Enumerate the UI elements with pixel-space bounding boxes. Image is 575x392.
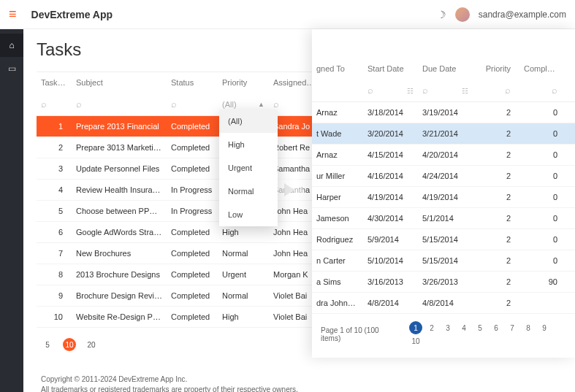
filter-priority-value: (All): [222, 100, 237, 109]
table-row[interactable]: a Sims3/16/20133/26/2013290: [312, 272, 575, 293]
priority-option-low[interactable]: Low: [219, 203, 278, 226]
cell-status: Completed: [167, 158, 218, 179]
page-2[interactable]: 2: [425, 321, 438, 334]
cell-completion: 0: [519, 123, 566, 144]
cell-start: 3/20/2014: [363, 123, 418, 144]
page-1[interactable]: 1: [409, 321, 422, 334]
page-4[interactable]: 4: [457, 321, 471, 334]
menu-toggle-icon[interactable]: ≡: [9, 7, 17, 22]
cell-completion: [519, 297, 566, 309]
cell-status: Completed: [167, 137, 218, 158]
page-8[interactable]: 8: [522, 321, 535, 334]
page-6[interactable]: 6: [490, 321, 503, 334]
page-9[interactable]: 9: [538, 321, 551, 334]
page-size-5[interactable]: 5: [41, 338, 54, 351]
table-row[interactable]: Harper4/19/20144/19/201420: [312, 187, 575, 208]
table-row[interactable]: dra Johnson4/8/20144/8/20142: [312, 293, 575, 314]
cell-start: 3/18/2014: [363, 102, 418, 123]
footer-trademark: All trademarks or registered trademarks …: [41, 385, 557, 392]
page-size-10[interactable]: 10: [63, 338, 76, 351]
page-5[interactable]: 5: [473, 321, 487, 334]
cell-priority: Urgent: [218, 264, 269, 285]
pager-info: Page 1 of 10 (100 items): [321, 326, 400, 342]
theme-toggle-icon[interactable]: ☽: [437, 9, 446, 20]
col-status[interactable]: Status: [167, 72, 218, 93]
priority-option-normal[interactable]: Normal: [219, 180, 278, 203]
table-row[interactable]: Rodriguez5/9/20145/15/201420: [312, 229, 575, 250]
cell-completion: 0: [519, 208, 566, 228]
priority-option-urgent[interactable]: Urgent: [219, 156, 278, 180]
table-row[interactable]: Arnaz4/15/20144/20/201420: [312, 145, 575, 166]
cell-subject: Prepare 2013 Financial: [72, 116, 167, 137]
cell-due: 4/8/2014: [418, 293, 473, 313]
secondary-grid-panel: gned To Start Date Due Date Priority Com…: [312, 29, 575, 358]
calendar-icon[interactable]: [407, 86, 414, 95]
col-subject[interactable]: Subject: [72, 72, 167, 93]
cell-assigned: ur Miller: [312, 166, 363, 186]
cell-due: 3/19/2014: [418, 102, 473, 123]
cell-due: 3/26/2013: [418, 272, 473, 292]
calendar-icon[interactable]: [462, 86, 468, 95]
ov-col-priority[interactable]: Priority: [473, 58, 519, 79]
cell-taskid: 7: [37, 243, 72, 264]
cell-subject: Update Personnel Files: [72, 158, 167, 179]
filter-taskid[interactable]: [37, 93, 72, 115]
cell-taskid: 8: [37, 264, 72, 285]
cell-due: 3/21/2014: [418, 123, 473, 144]
page-7[interactable]: 7: [506, 321, 519, 334]
cell-subject: Review Health Insuranc...: [72, 180, 167, 200]
filter-priority2[interactable]: [473, 79, 519, 101]
user-email[interactable]: sandra@example.com: [479, 9, 566, 20]
table-row[interactable]: n Carter5/10/20145/15/201420: [312, 250, 575, 272]
sidebar-item-home[interactable]: ⌂: [0, 34, 23, 57]
cell-priority: 2: [473, 166, 519, 186]
avatar[interactable]: [455, 7, 470, 22]
cell-priority: 2: [473, 102, 519, 123]
cell-completion: 0: [519, 250, 566, 271]
cell-subject: Prepare 3013 Marketin...: [72, 137, 167, 158]
table-row[interactable]: Arnaz3/18/20143/19/201420: [312, 102, 575, 123]
ov-col-assigned[interactable]: gned To: [312, 58, 363, 79]
cell-due: 4/24/2014: [418, 166, 473, 186]
page-10[interactable]: 10: [409, 334, 422, 347]
ov-col-due[interactable]: Due Date: [418, 58, 473, 79]
cell-completion: 0: [519, 229, 566, 250]
col-taskid[interactable]: Task ID: [37, 72, 72, 93]
cell-status: Completed: [167, 307, 218, 327]
topbar: ≡ DevExtreme App ☽ sandra@example.com: [0, 0, 575, 29]
search-icon[interactable]: [368, 85, 373, 96]
ov-col-completion[interactable]: Completion: [519, 58, 566, 79]
cell-taskid: 1: [37, 116, 72, 137]
priority-option-high[interactable]: High: [219, 133, 278, 156]
cell-assigned: Arnaz: [312, 102, 363, 123]
cell-subject: 2013 Brochure Designs: [72, 264, 167, 285]
ov-col-start[interactable]: Start Date: [363, 58, 418, 79]
col-priority[interactable]: Priority: [218, 72, 269, 93]
cell-assigned: Arnaz: [312, 145, 363, 165]
cell-due: 4/20/2014: [418, 145, 473, 165]
topbar-right: ☽ sandra@example.com: [437, 7, 566, 22]
priority-option-all[interactable]: (All): [219, 109, 278, 133]
cell-due: 5/15/2014: [418, 250, 473, 271]
priority-dropdown[interactable]: (All) High Urgent Normal Low: [219, 109, 278, 226]
cell-priority: High: [218, 307, 269, 327]
table-row[interactable]: Jameson4/30/20145/1/201420: [312, 208, 575, 229]
cell-completion: 0: [519, 145, 566, 165]
table-row[interactable]: t Wade3/20/20143/21/201420: [312, 123, 575, 145]
page-3[interactable]: 3: [441, 321, 454, 334]
overlay-pager: Page 1 of 10 (100 items) 12345678910: [312, 314, 575, 358]
cell-status: Completed: [167, 116, 218, 137]
page-size-20[interactable]: 20: [85, 338, 98, 351]
sidebar-item-tasks[interactable]: ▭: [0, 57, 23, 80]
filter-completion[interactable]: [519, 79, 566, 101]
search-icon[interactable]: [422, 85, 428, 96]
cell-start: 5/10/2014: [363, 250, 418, 271]
cell-priority: 2: [473, 123, 519, 144]
cell-taskid: 9: [37, 285, 72, 306]
cell-start: 4/16/2014: [363, 166, 418, 186]
cell-taskid: 6: [37, 222, 72, 242]
filter-subject[interactable]: [72, 93, 167, 115]
table-row[interactable]: ur Miller4/16/20144/24/201420: [312, 166, 575, 187]
cell-priority: Normal: [218, 285, 269, 306]
filter-status[interactable]: [167, 93, 218, 115]
